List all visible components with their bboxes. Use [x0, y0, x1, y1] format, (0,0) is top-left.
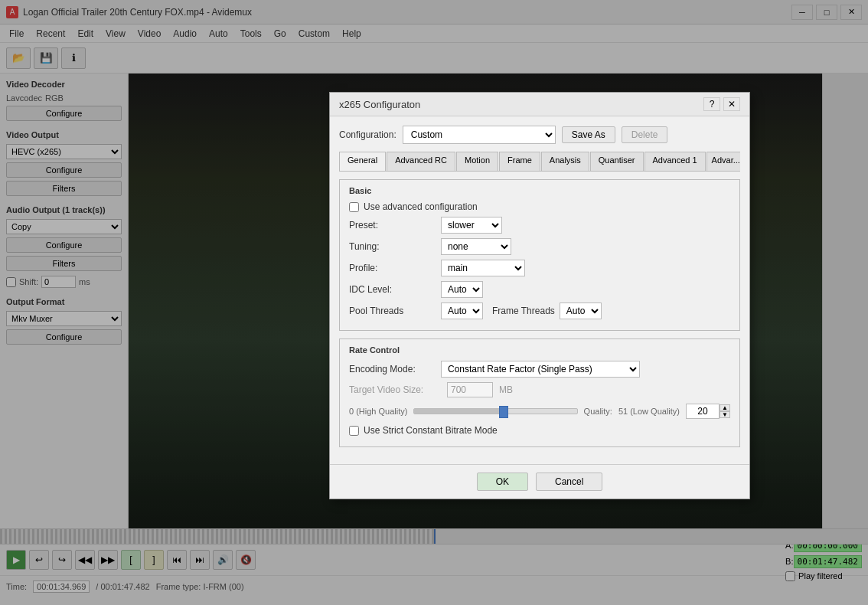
quality-slider-thumb[interactable] [499, 406, 508, 418]
pool-threads-label: Pool Threads [349, 306, 441, 316]
profile-row: Profile: main main10 mainstillpicture [349, 260, 730, 276]
tab-more[interactable]: Advar... [706, 152, 740, 171]
dialog-title-icons: ? ✕ [703, 97, 740, 111]
quality-min-label: 0 (High Quality) [349, 407, 407, 416]
target-video-size-label: Target Video Size: [349, 384, 441, 395]
dialog-content: Configuration: Custom Save As Delete Gen… [330, 116, 749, 464]
use-advanced-config-checkbox[interactable] [349, 202, 359, 212]
use-advanced-config-text: Use advanced configuration [364, 201, 478, 212]
quality-increment-button[interactable]: ▲ [720, 404, 730, 411]
quality-label: Quality: [584, 407, 612, 416]
preset-select[interactable]: slower ultrafast superfast veryfast fast… [441, 217, 502, 234]
cancel-button[interactable]: Cancel [536, 473, 602, 491]
dialog-title-text: x265 Configuraton [339, 99, 420, 110]
target-video-size-row: Target Video Size: MB [349, 382, 730, 397]
idc-level-row: IDC Level: Auto [349, 281, 730, 298]
threads-row: Pool Threads Auto Frame Threads Auto [349, 302, 730, 319]
quality-slider-fill [414, 409, 504, 414]
tuning-label: Tuning: [349, 241, 441, 252]
rate-control-section: Rate Control Encoding Mode: Constant Rat… [339, 338, 740, 447]
ok-button[interactable]: OK [477, 473, 528, 491]
target-video-size-input[interactable] [447, 382, 493, 397]
save-as-button[interactable]: Save As [562, 126, 615, 143]
basic-title: Basic [349, 186, 730, 195]
encoding-mode-select[interactable]: Constant Rate Factor (Single Pass) Avera… [441, 361, 640, 378]
tab-analysis[interactable]: Analysis [541, 152, 589, 171]
strict-cbr-text: Use Strict Constant Bitrate Mode [364, 425, 498, 436]
use-advanced-config-label: Use advanced configuration [349, 201, 478, 212]
profile-select[interactable]: main main10 mainstillpicture [441, 260, 525, 276]
encoding-mode-label: Encoding Mode: [349, 364, 441, 374]
quality-value-input[interactable] [686, 404, 720, 419]
tab-advanced1[interactable]: Advanced 1 [644, 152, 706, 171]
tab-motion[interactable]: Motion [456, 152, 498, 171]
tuning-row: Tuning: none psnr ssim grain zerolatency… [349, 238, 730, 255]
x265-dialog: x265 Configuraton ? ✕ Configuration: Cus… [329, 92, 750, 499]
strict-cbr-checkbox[interactable] [349, 426, 359, 436]
tuning-select[interactable]: none psnr ssim grain zerolatency fastdec… [441, 238, 511, 255]
configuration-label: Configuration: [339, 129, 396, 140]
encoding-mode-row: Encoding Mode: Constant Rate Factor (Sin… [349, 361, 730, 378]
delete-button[interactable]: Delete [622, 126, 668, 143]
configuration-select[interactable]: Custom [403, 126, 556, 144]
quality-input-box: ▲ ▼ [686, 404, 730, 419]
dialog-help-button[interactable]: ? [703, 97, 720, 111]
profile-label: Profile: [349, 263, 441, 273]
quality-slider-track[interactable] [413, 408, 577, 414]
tab-frame[interactable]: Frame [499, 152, 540, 171]
quality-max-label: 51 (Low Quality) [618, 407, 680, 416]
target-unit: MB [499, 384, 513, 395]
configuration-row: Configuration: Custom Save As Delete [339, 126, 740, 144]
frame-threads-select[interactable]: Auto [560, 302, 602, 319]
dialog-buttons: OK Cancel [330, 464, 749, 499]
pool-threads-select[interactable]: Auto [441, 302, 483, 319]
config-tabs: General Advanced RC Motion Frame Analysi… [339, 152, 740, 172]
preset-label: Preset: [349, 220, 441, 231]
idc-level-select[interactable]: Auto [441, 281, 483, 298]
frame-threads-label: Frame Threads [492, 306, 555, 316]
quality-slider-container: 0 (High Quality) Quality: 51 (Low Qualit… [349, 404, 730, 419]
strict-cbr-label: Use Strict Constant Bitrate Mode [349, 425, 498, 436]
use-advanced-config-row: Use advanced configuration [349, 201, 730, 212]
preset-row: Preset: slower ultrafast superfast veryf… [349, 217, 730, 234]
dialog-close-button[interactable]: ✕ [723, 97, 740, 111]
quality-spin-buttons: ▲ ▼ [720, 404, 730, 418]
strict-cbr-row: Use Strict Constant Bitrate Mode [349, 425, 730, 436]
rate-control-title: Rate Control [349, 345, 730, 355]
tab-general[interactable]: General [339, 152, 386, 172]
idc-level-label: IDC Level: [349, 284, 441, 295]
basic-section: Basic Use advanced configuration Preset:… [339, 179, 740, 331]
quality-decrement-button[interactable]: ▼ [720, 411, 730, 418]
dialog-title-bar: x265 Configuraton ? ✕ [330, 93, 749, 116]
tab-advanced-rc[interactable]: Advanced RC [387, 152, 455, 171]
tab-quantiser[interactable]: Quantiser [590, 152, 644, 171]
